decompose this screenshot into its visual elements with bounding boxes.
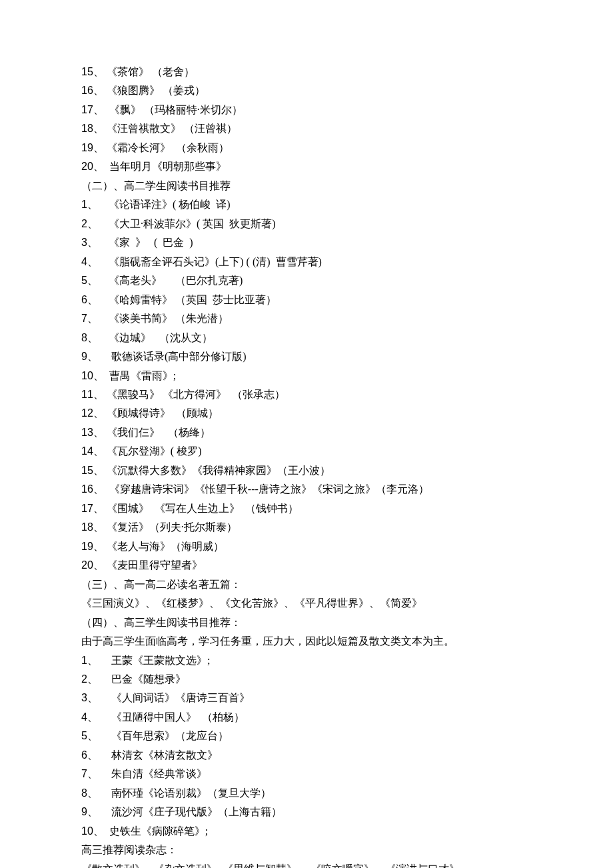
item-number: 1 [81,651,87,670]
item-text: 史铁生《病隙碎笔》; [107,822,208,841]
item-text: 《谈美书简》 （朱光潜） [109,309,229,328]
list-item: 4、 《脂砚斋全评石头记》(上下) ( (清) 曹雪芹著) [81,253,540,271]
item-separator: 、 [87,271,109,290]
list-item: 6、 《哈姆雷特》 （英国 莎士比亚著） [81,291,540,309]
list-item: 7、 《谈美书简》 （朱光潜） [81,309,540,328]
item-text: 歌德谈话录(高中部分修订版) [109,347,247,366]
item-number: 7 [81,765,87,783]
list-item: 15、 《沉默得大多数》《我得精神家园》（王小波） [81,461,540,480]
item-number: 14 [81,442,93,461]
list-item: 16、 《穿越唐诗宋词》《怅望千秋---唐诗之旅》《宋词之旅》（李元洛） [81,480,540,499]
item-separator: 、 [93,442,107,461]
list-item: 14、 《瓦尔登湖》( 梭罗) [81,442,540,461]
item-text: 曹禺《雷雨》; [107,367,176,385]
list-item: 12、 《顾城得诗》 （顾城） [81,404,540,423]
list-item: 20、 《麦田里得守望者》 [81,556,540,575]
item-text: 《大卫·科波菲尔》( 英国 狄更斯著) [109,215,276,233]
item-text: 《丑陋得中国人》 （柏杨） [109,708,245,727]
section4-intro-text: 由于高三学生面临高考，学习任务重，压力大，因此以短篇及散文类文本为主。 [81,632,454,651]
item-separator: 、 [93,385,107,404]
list-item: 10、 曹禺《雷雨》; [81,367,540,385]
item-separator: 、 [87,253,109,271]
document-page: 15、 《茶馆》 （老舍）16、 《狼图腾》 （姜戎）17、 《飘》 （玛格丽特… [0,0,613,868]
list-item: 8、 《边城》 （沈从文） [81,329,540,347]
item-number: 6 [81,291,87,309]
item-separator: 、 [93,423,107,442]
item-separator: 、 [87,746,109,765]
section3-title: （三）、高一高二必读名著五篇： [81,575,540,594]
item-separator: 、 [93,81,107,100]
item-text: 《人间词话》《唐诗三百首》 [109,689,250,707]
list-item: 3、 《家 》 ( 巴金 ) [81,233,540,252]
list-item: 13、 《我们仨》 （杨绛） [81,423,540,442]
item-text: 《哈姆雷特》 （英国 莎士比亚著） [109,291,277,309]
item-separator: 、 [93,63,107,81]
section4-title-text: （四）、高三学生阅读书目推荐： [81,613,241,632]
item-separator: 、 [87,329,109,347]
list-item: 8、 南怀瑾《论语别裁》（复旦大学） [81,784,540,803]
item-number: 8 [81,329,87,347]
item-separator: 、 [87,309,109,328]
item-number: 3 [81,689,87,707]
item-separator: 、 [87,233,109,252]
item-separator: 、 [93,139,107,157]
section3-body: 《三国演义》、《红楼梦》、《文化苦旅》、《平凡得世界》、《简爱》 [81,594,540,613]
section2-title-text: （二）、高二学生阅读书目推荐 [81,177,231,195]
list-item: 18、 《汪曾祺散文》 （汪曾祺） [81,119,540,138]
item-number: 19 [81,537,93,556]
item-text: 《黑骏马》 《北方得河》 （张承志） [107,385,285,404]
list-item: 4、 《丑陋得中国人》 （柏杨） [81,708,540,727]
item-text: 《围城》 《写在人生边上》 （钱钟书） [107,499,299,518]
item-number: 2 [81,670,87,689]
list-item: 2、 《大卫·科波菲尔》( 英国 狄更斯著) [81,215,540,233]
item-text: 《论语译注》( 杨伯峻 译) [109,195,231,214]
item-text: 《顾城得诗》 （顾城） [107,404,219,423]
item-number: 20 [81,556,93,575]
item-text: 流沙河《庄子现代版》（上海古籍） [109,803,282,821]
item-text: 《家 》 ( 巴金 ) [109,233,193,252]
magazine-line-1-text: 《散文选刊》 《杂文选刊》 《思维与智慧》 《咬文嚼字》 《演讲与口才》 [81,860,460,868]
item-separator: 、 [87,651,109,670]
item-number: 5 [81,271,87,290]
item-separator: 、 [87,291,109,309]
item-text: 《穿越唐诗宋词》《怅望千秋---唐诗之旅》《宋词之旅》（李元洛） [107,480,429,499]
list-item: 5、 《高老头》 （巴尔扎克著) [81,271,540,290]
item-number: 3 [81,233,87,252]
list-item: 19、 《老人与海》（海明威） [81,537,540,556]
item-separator: 、 [93,556,107,575]
section1-list: 15、 《茶馆》 （老舍）16、 《狼图腾》 （姜戎）17、 《飘》 （玛格丽特… [81,63,540,177]
item-number: 2 [81,215,87,233]
item-separator: 、 [93,367,107,385]
item-number: 9 [81,347,87,366]
list-item: 15、 《茶馆》 （老舍） [81,63,540,81]
item-number: 7 [81,309,87,328]
section3-title-text: （三）、高一高二必读名著五篇： [81,575,241,594]
item-number: 15 [81,63,93,81]
item-separator: 、 [87,195,109,214]
item-text: 《沉默得大多数》《我得精神家园》（王小波） [107,461,330,480]
item-number: 6 [81,746,87,765]
list-item: 6、 林清玄《林清玄散文》 [81,746,540,765]
item-separator: 、 [93,518,107,537]
item-number: 20 [81,157,93,176]
section4-list: 1、 王蒙《王蒙散文选》;2、 巴金《随想录》3、 《人间词话》《唐诗三百首》4… [81,651,540,841]
list-item: 17、 《飘》 （玛格丽特·米切尔） [81,101,540,119]
item-text: 《高老头》 （巴尔扎克著) [109,271,243,290]
item-number: 12 [81,404,93,423]
item-number: 8 [81,784,87,803]
item-separator: 、 [93,480,107,499]
item-number: 10 [81,367,93,385]
item-text: 《瓦尔登湖》( 梭罗) [107,442,202,461]
item-text: 《霜冷长河》 （余秋雨） [107,139,229,157]
item-separator: 、 [93,404,107,423]
item-number: 16 [81,81,93,100]
item-text: 《百年思索》（龙应台） [109,727,229,745]
list-item: 17、 《围城》 《写在人生边上》 （钱钟书） [81,499,540,518]
list-item: 1、 《论语译注》( 杨伯峻 译) [81,195,540,214]
list-item: 1、 王蒙《王蒙散文选》; [81,651,540,670]
item-number: 13 [81,423,93,442]
item-text: 《茶馆》 （老舍） [107,63,195,81]
item-text: 巴金《随想录》 [109,670,186,689]
section2-list: 1、 《论语译注》( 杨伯峻 译)2、 《大卫·科波菲尔》( 英国 狄更斯著)3… [81,195,540,575]
list-item: 18、 《复活》（列夫·托尔斯泰） [81,518,540,537]
